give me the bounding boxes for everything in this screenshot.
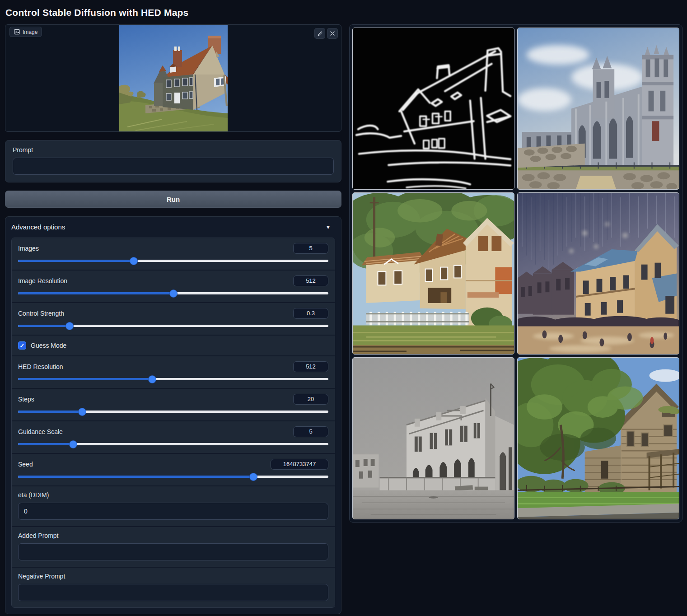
slider-handle[interactable] — [70, 441, 77, 448]
clear-image-button[interactable] — [327, 28, 338, 39]
gallery-item-hed-map[interactable] — [352, 28, 514, 190]
slider-handle[interactable] — [130, 257, 137, 265]
chevron-down-icon: ▼ — [326, 224, 331, 230]
slider-fill — [18, 476, 256, 478]
images-slider[interactable] — [18, 260, 328, 262]
guidance-scale-value-input[interactable]: 5 — [293, 426, 328, 437]
seed-slider-row: Seed 1648733747 — [12, 454, 335, 486]
slider-fill — [18, 378, 151, 380]
run-button[interactable]: Run — [5, 191, 341, 208]
slider-fill — [18, 325, 67, 327]
uploaded-house-photo — [119, 25, 228, 132]
guidance-scale-slider-row: Guidance Scale 5 — [12, 421, 335, 454]
hed-map-image — [353, 28, 514, 189]
cream-house-image — [353, 193, 514, 354]
page-title: Control Stable Diffusion with HED Maps — [5, 0, 682, 24]
advanced-options-header[interactable]: Advanced options ▼ — [11, 222, 335, 232]
controls-column: Image — [5, 24, 341, 614]
slider-handle[interactable] — [79, 408, 86, 415]
guidance-scale-label: Guidance Scale — [18, 428, 63, 435]
gallery-item-cream-house[interactable] — [352, 192, 514, 355]
rainy-painting-image — [518, 193, 679, 354]
gallery-item-rainy-painting[interactable] — [517, 192, 679, 355]
slider-fill — [18, 411, 80, 413]
eta-row: eta (DDIM) 0 — [12, 486, 335, 527]
steps-value-input[interactable]: 20 — [293, 394, 328, 405]
advanced-options-title: Advanced options — [11, 223, 65, 231]
negative-prompt-label: Negative Prompt — [18, 573, 328, 580]
slider-handle[interactable] — [66, 322, 73, 330]
prompt-block: Prompt — [5, 140, 341, 182]
image-resolution-label: Image Resolution — [18, 277, 67, 285]
control-strength-value-input[interactable]: 0.3 — [293, 308, 328, 319]
image-icon — [14, 29, 20, 35]
pencil-icon — [317, 31, 323, 37]
eta-label: eta (DDIM) — [18, 491, 328, 499]
steps-slider[interactable] — [18, 411, 328, 413]
added-prompt-row: Added Prompt — [12, 527, 335, 568]
close-icon — [330, 31, 335, 36]
seed-value-input[interactable]: 1648733747 — [271, 459, 328, 470]
advanced-options-panel: Advanced options ▼ Images 5 — [5, 216, 341, 614]
steps-label: Steps — [18, 396, 34, 403]
guess-mode-row[interactable]: ✓ Guess Mode — [12, 336, 335, 356]
image-resolution-slider-row: Image Resolution 512 — [12, 271, 335, 303]
seed-label: Seed — [18, 461, 33, 468]
hed-resolution-value-input[interactable]: 512 — [293, 361, 328, 372]
output-column — [349, 24, 682, 523]
negative-prompt-input[interactable] — [18, 584, 328, 601]
image-resolution-slider[interactable] — [18, 292, 328, 294]
eta-input[interactable]: 0 — [18, 503, 328, 520]
advanced-options-form: Images 5 Image Resolution 512 — [11, 238, 335, 608]
images-label: Images — [18, 245, 39, 252]
guess-mode-checkbox[interactable]: ✓ — [18, 341, 26, 350]
prompt-label: Prompt — [13, 146, 334, 154]
hed-resolution-slider-row: HED Resolution 512 — [12, 356, 335, 389]
hed-resolution-label: HED Resolution — [18, 363, 63, 370]
negative-prompt-row: Negative Prompt — [12, 568, 335, 607]
slider-fill — [18, 260, 133, 262]
control-strength-label: Control Strength — [18, 310, 64, 317]
slider-fill — [18, 292, 173, 294]
images-slider-row: Images 5 — [12, 238, 335, 271]
added-prompt-input[interactable] — [18, 543, 328, 560]
gallery-item-cathedral[interactable] — [517, 28, 679, 190]
rustic-house-image — [518, 358, 679, 519]
image-input-label: Image — [23, 29, 37, 35]
image-upload-area[interactable]: Image — [5, 24, 341, 132]
guidance-scale-slider[interactable] — [18, 443, 328, 445]
gallery-item-bw-photo[interactable] — [352, 357, 514, 519]
slider-handle[interactable] — [170, 290, 177, 297]
seed-slider[interactable] — [18, 476, 328, 478]
gallery-item-rustic-house[interactable] — [517, 357, 679, 519]
added-prompt-label: Added Prompt — [18, 532, 328, 539]
image-resolution-value-input[interactable]: 512 — [293, 275, 328, 286]
images-value-input[interactable]: 5 — [293, 243, 328, 254]
hed-resolution-slider[interactable] — [18, 378, 328, 380]
app-root: Control Stable Diffusion with HED Maps I… — [0, 0, 687, 614]
guess-mode-label: Guess Mode — [31, 342, 66, 349]
steps-slider-row: Steps 20 — [12, 389, 335, 421]
control-strength-slider-row: Control Strength 0.3 — [12, 303, 335, 336]
slider-handle[interactable] — [250, 473, 257, 481]
bw-photo-image — [353, 358, 514, 519]
cathedral-image — [518, 28, 679, 189]
result-gallery — [349, 24, 682, 523]
prompt-input[interactable] — [13, 158, 334, 175]
slider-fill — [18, 443, 71, 445]
edit-image-button[interactable] — [314, 28, 325, 39]
image-input-tab: Image — [9, 27, 42, 37]
control-strength-slider[interactable] — [18, 325, 328, 327]
slider-handle[interactable] — [149, 376, 156, 383]
